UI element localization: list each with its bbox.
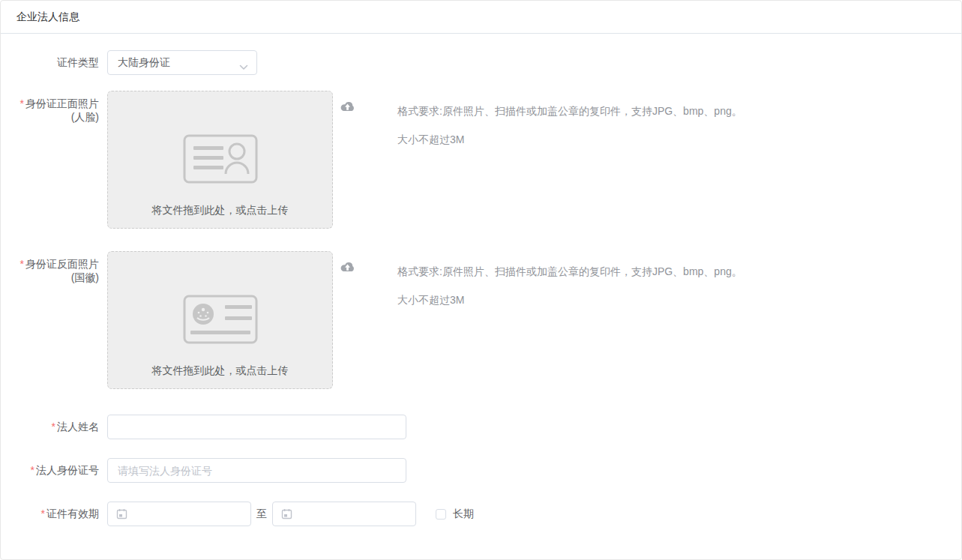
format-requirement-text: 格式要求:原件照片、扫描件或加盖公章的复印件，支持JPG、bmp、png。 bbox=[397, 265, 742, 277]
required-asterisk: * bbox=[31, 464, 34, 476]
id-back-photo-label: *身份证反面照片 (国徽) bbox=[1, 251, 99, 284]
panel-title: 企业法人信息 bbox=[16, 10, 79, 24]
chevron-down-icon bbox=[239, 61, 248, 73]
validity-period-label: *证件有效期 bbox=[1, 502, 99, 526]
legal-id-row: *法人身份证号 bbox=[1, 458, 961, 483]
legal-name-input[interactable] bbox=[107, 415, 406, 439]
validity-start-date-wrap bbox=[107, 502, 251, 526]
id-front-photo-row: *身份证正面照片 (人脸) 将文件拖到此处 bbox=[1, 91, 961, 229]
dropzone-text: 将文件拖到此处，或点击上传 bbox=[108, 364, 332, 378]
validity-period-row: *证件有效期 至 bbox=[1, 502, 961, 526]
cert-type-label: 证件类型 bbox=[1, 50, 99, 75]
format-requirement-text: 格式要求:原件照片、扫描件或加盖公章的复印件，支持JPG、bmp、png。 bbox=[397, 105, 742, 117]
long-term-checkbox[interactable] bbox=[436, 509, 446, 520]
cert-type-row: 证件类型 大陆身份证 bbox=[1, 50, 961, 75]
legal-person-info-panel: 企业法人信息 证件类型 大陆身份证 *身份证正面照片 (人脸) bbox=[0, 0, 962, 560]
cloud-upload-icon[interactable] bbox=[340, 100, 355, 116]
legal-name-row: *法人姓名 bbox=[1, 415, 961, 439]
validity-start-date-input[interactable] bbox=[107, 502, 251, 526]
cloud-upload-icon[interactable] bbox=[340, 260, 355, 277]
required-asterisk: * bbox=[20, 97, 24, 109]
validity-to-text: 至 bbox=[256, 502, 267, 526]
size-limit-text: 大小不超过3M bbox=[397, 294, 742, 306]
long-term-checkbox-group[interactable]: 长期 bbox=[436, 502, 474, 526]
panel-body: 证件类型 大陆身份证 *身份证正面照片 (人脸) bbox=[1, 50, 961, 526]
required-asterisk: * bbox=[41, 508, 45, 520]
legal-id-input[interactable] bbox=[107, 458, 406, 483]
id-front-photo-label: *身份证正面照片 (人脸) bbox=[1, 91, 99, 124]
validity-end-date-input[interactable] bbox=[272, 502, 416, 526]
cert-type-select[interactable]: 大陆身份证 bbox=[107, 50, 257, 75]
id-back-upload-dropzone[interactable]: 将文件拖到此处，或点击上传 bbox=[107, 251, 333, 389]
required-asterisk: * bbox=[20, 258, 24, 270]
id-back-photo-row: *身份证反面照片 (国徽) bbox=[1, 251, 961, 389]
long-term-checkbox-label: 长期 bbox=[453, 508, 474, 521]
cert-type-selected-value: 大陆身份证 bbox=[118, 56, 170, 70]
id-card-back-icon bbox=[183, 295, 258, 346]
upload-format-tips: 格式要求:原件照片、扫描件或加盖公章的复印件，支持JPG、bmp、png。 大小… bbox=[397, 251, 742, 306]
id-front-upload-dropzone[interactable]: 将文件拖到此处，或点击上传 bbox=[107, 91, 333, 229]
size-limit-text: 大小不超过3M bbox=[397, 133, 742, 145]
legal-id-label: *法人身份证号 bbox=[1, 458, 99, 483]
id-card-front-icon bbox=[183, 134, 258, 186]
validity-end-date-wrap bbox=[272, 502, 416, 526]
upload-format-tips: 格式要求:原件照片、扫描件或加盖公章的复印件，支持JPG、bmp、png。 大小… bbox=[397, 91, 742, 145]
dropzone-text: 将文件拖到此处，或点击上传 bbox=[108, 204, 332, 217]
legal-name-label: *法人姓名 bbox=[1, 415, 99, 439]
panel-header: 企业法人信息 bbox=[1, 1, 961, 34]
required-asterisk: * bbox=[52, 421, 55, 433]
